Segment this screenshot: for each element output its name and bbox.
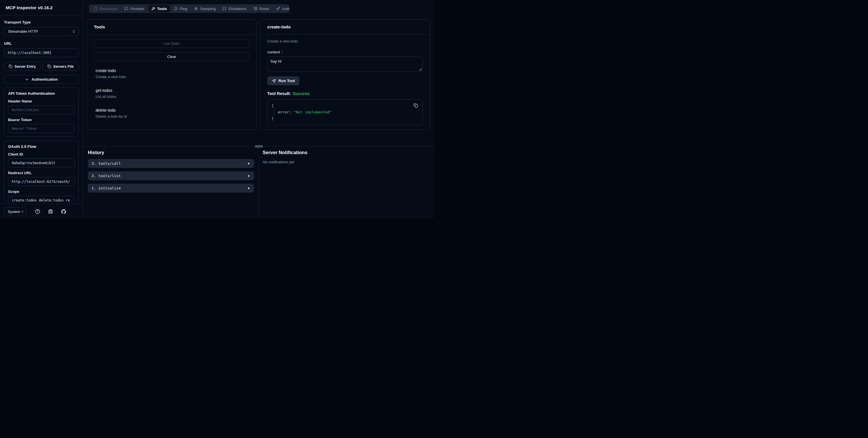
tab-roots[interactable]: Roots: [250, 5, 272, 12]
tools-panel-header: Tools: [87, 20, 256, 34]
server-entry-button[interactable]: Server Entry: [4, 62, 40, 71]
tool-name: delete-todo: [96, 108, 248, 113]
selected-tool-panel-header: create-todo: [260, 20, 430, 34]
message-square-icon: [124, 7, 128, 11]
content-textarea[interactable]: Say Hi: [267, 57, 423, 72]
app-title: MCP Inspector v0.16.2: [6, 5, 53, 10]
server-notifications-title: Server Notifications: [262, 149, 429, 156]
api-token-auth-card: API Token Authentication Header Name Bea…: [4, 88, 79, 137]
content-textarea-wrap: Say Hi: [267, 57, 423, 72]
split-drag-handle[interactable]: [255, 145, 263, 148]
history-item-initialize[interactable]: 1. initialize: [88, 184, 254, 193]
selected-tool-title: create-todo: [267, 24, 291, 29]
client-id-input[interactable]: [8, 158, 74, 167]
history-item-label: 3. tools/call: [92, 161, 247, 166]
play-expand-icon: [247, 187, 250, 190]
theme-select[interactable]: System: [4, 207, 27, 216]
tools-panel: Tools List Tools Clear create-todo Creat…: [87, 19, 257, 130]
play-expand-icon: [247, 162, 250, 165]
tool-result-status: Success: [293, 91, 310, 96]
list-tools-button[interactable]: List Tools: [94, 39, 249, 48]
history-item-tools-list[interactable]: 2. tools/list: [88, 171, 254, 180]
copy-icon: [9, 65, 12, 68]
json-key: error:: [278, 110, 291, 114]
servers-file-label: Servers File: [53, 65, 74, 69]
oauth-flow-title: OAuth 2.0 Flow: [8, 145, 74, 149]
chevron-down-icon: [25, 77, 29, 82]
tab-label: Elicitations: [228, 7, 246, 11]
transport-type-label: Transport Type: [4, 20, 79, 24]
client-id-label: Client ID: [8, 152, 74, 156]
tab-label: Ping: [180, 7, 187, 11]
transport-type-select[interactable]: Streamable HTTP: [4, 27, 79, 36]
tools-panel-title: Tools: [94, 24, 105, 29]
bearer-token-input[interactable]: [8, 124, 74, 133]
header-name-input[interactable]: [8, 105, 74, 114]
tab-ping[interactable]: Ping: [170, 5, 190, 12]
help-button[interactable]: [35, 209, 40, 214]
tool-list-item-create-todo[interactable]: create-todo Create a new todo: [94, 66, 249, 82]
json-open-brace[interactable]: {: [272, 103, 418, 109]
tab-label: Roots: [259, 7, 269, 11]
servers-file-button[interactable]: Servers File: [42, 62, 79, 71]
send-icon: [272, 79, 276, 83]
bottom-panels-row: History 3. tools/call 2. tools/list 1. i…: [83, 146, 434, 219]
tab-resources[interactable]: Resources: [90, 5, 121, 12]
scope-input[interactable]: [8, 196, 74, 204]
server-entry-label: Server Entry: [14, 65, 36, 69]
hammer-icon: [151, 7, 155, 11]
theme-select-value: System: [8, 210, 21, 214]
folder-tree-icon: [253, 7, 257, 11]
content-field-label: content*: [267, 50, 423, 54]
json-string-value: "Not implemented": [293, 110, 332, 114]
tab-label: Sampling: [200, 7, 216, 11]
tab-auth[interactable]: Auth: [273, 5, 293, 12]
redirect-url-input[interactable]: [8, 177, 74, 186]
json-close-brace: }: [272, 115, 418, 122]
tool-list-item-delete-todo[interactable]: delete-todo Delete a todo by id: [94, 105, 249, 121]
run-tool-label: Run Tool: [278, 79, 295, 83]
server-notifications-panel: Server Notifications No notifications ye…: [259, 146, 434, 219]
chevrons-up-down-icon: [72, 30, 75, 33]
copy-icon: [48, 65, 51, 68]
github-button[interactable]: [61, 209, 66, 214]
required-marker: *: [281, 50, 282, 54]
tab-label: Tools: [157, 7, 167, 11]
footer-icons: [35, 209, 66, 214]
copy-buttons-row: Server Entry Servers File: [4, 62, 79, 71]
authentication-toggle[interactable]: Authentication: [4, 75, 79, 84]
clear-tools-button[interactable]: Clear: [94, 52, 249, 61]
no-notifications-message: No notifications yet: [262, 160, 429, 164]
history-title: History: [88, 149, 254, 156]
tool-name: create-todo: [96, 68, 248, 73]
history-item-label: 2. tools/list: [92, 174, 247, 178]
tool-list-item-get-todos[interactable]: get-todos List all todos: [94, 86, 249, 101]
tool-description: List all todos: [96, 94, 248, 99]
chevrons-up-down-icon: [21, 210, 24, 213]
tab-elicitations[interactable]: Elicitations: [219, 5, 249, 12]
content-field-label-text: content: [267, 50, 280, 54]
tab-tools[interactable]: Tools: [148, 5, 170, 12]
key-icon: [276, 7, 280, 11]
tab-bar: Resources Prompts Tools Ping Sampling El…: [89, 4, 289, 13]
sidebar-footer: System: [0, 204, 83, 219]
authentication-toggle-label: Authentication: [32, 77, 58, 82]
history-panel: History 3. tools/call 2. tools/list 1. i…: [83, 146, 259, 219]
copy-result-button[interactable]: [414, 103, 418, 107]
tab-label: Auth: [282, 7, 290, 11]
main-area: Resources Prompts Tools Ping Sampling El…: [83, 0, 434, 219]
history-item-tools-call[interactable]: 3. tools/call: [88, 159, 254, 168]
run-tool-button[interactable]: Run Tool: [267, 76, 299, 85]
tool-description: Delete a todo by id: [96, 114, 248, 119]
tab-sampling[interactable]: Sampling: [191, 5, 219, 12]
tab-prompts[interactable]: Prompts: [121, 5, 147, 12]
debug-button[interactable]: [48, 209, 53, 214]
scope-label: Scope: [8, 189, 74, 194]
sidebar-content: Transport Type Streamable HTTP URL Serve…: [0, 15, 83, 204]
url-input[interactable]: [4, 48, 79, 57]
bug-icon: [48, 209, 53, 214]
tool-result-line: Tool Result:Success: [267, 91, 423, 96]
tool-description: Create a new todo: [96, 74, 248, 79]
message-square-icon: [222, 7, 226, 11]
circle-help-icon: [35, 209, 40, 214]
